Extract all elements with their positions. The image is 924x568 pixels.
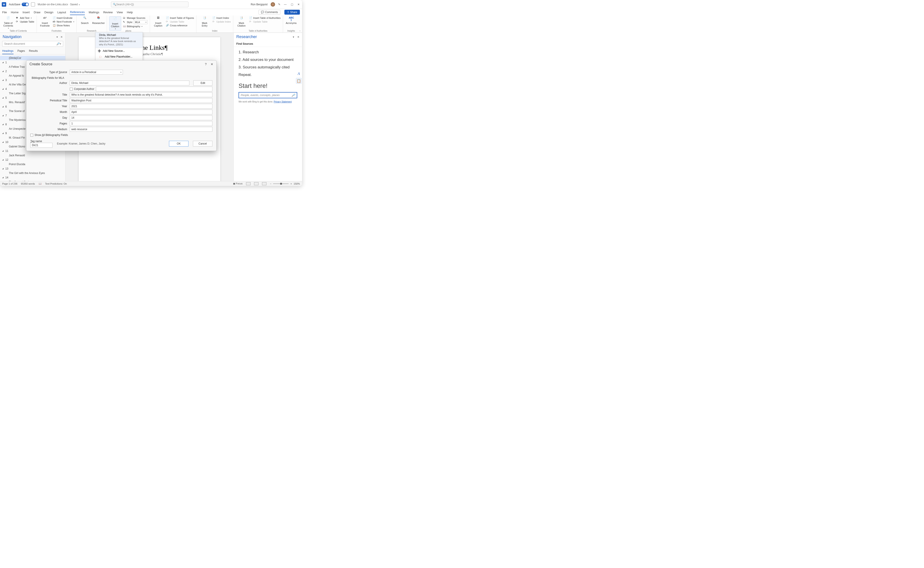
insert-toa-button[interactable]: 📄Insert Table of Authorities [249, 17, 280, 20]
share-button[interactable]: ⇪Share [284, 10, 300, 15]
tag-name-input[interactable]: Dir21 [30, 143, 53, 148]
nav-tab-headings[interactable]: Headings [2, 48, 14, 54]
crossref-icon: 🔗 [166, 24, 169, 27]
pen-icon[interactable]: ✎ [278, 3, 280, 6]
ribbon-collapse-icon[interactable]: ⌄ [299, 29, 301, 32]
zoom-control[interactable]: − + 150% [270, 183, 300, 185]
comments-button[interactable]: 💬Comments [259, 10, 280, 15]
pages-input[interactable]: 1 [70, 121, 212, 126]
citation-source-item[interactable]: Dirda, Michael Who is the greatest ficti… [95, 32, 143, 48]
update-toc-button[interactable]: ⟳Update Table [16, 20, 34, 23]
status-page[interactable]: Page 1 of 236 [2, 183, 18, 185]
nav-tab-results[interactable]: Results [29, 48, 38, 54]
edit-author-button[interactable]: Edit [194, 80, 212, 86]
table-of-contents-button[interactable]: 📄 Table of Contents▾ [2, 17, 14, 29]
insert-table-of-figures-button[interactable]: 📄Insert Table of Figures [166, 17, 194, 20]
menu-view[interactable]: View [117, 10, 123, 15]
cross-reference-button[interactable]: 🔗Cross-reference [166, 24, 194, 27]
menu-file[interactable]: File [2, 10, 7, 15]
close-button[interactable]: ✕ [297, 3, 300, 6]
author-input[interactable]: Dirda, Michael [70, 80, 189, 85]
nav-heading-item[interactable]: Poirot Elucida [0, 162, 65, 166]
document-name[interactable]: Murder-on-the-Links.docx · Saved ▾ [38, 3, 80, 6]
day-input[interactable]: 14 [70, 115, 212, 120]
medium-input[interactable]: web resource [70, 127, 212, 132]
status-predictions[interactable]: Text Predictions: On [45, 183, 67, 185]
mark-citation-button[interactable]: 📑Mark Citation [236, 17, 247, 27]
user-name[interactable]: Ron Bergquist [251, 3, 268, 6]
menu-references[interactable]: References [70, 9, 85, 15]
nav-heading-item[interactable]: The Girl with the Anxious Eyes [0, 171, 65, 175]
zoom-out-icon[interactable]: − [270, 183, 271, 185]
status-words[interactable]: 65350 words [21, 183, 35, 185]
dialog-help-icon[interactable]: ? [205, 62, 207, 66]
smart-lookup-button[interactable]: 🔍Search [79, 17, 91, 24]
add-new-source-item[interactable]: ➕Add New Source... [95, 48, 143, 54]
acronyms-button[interactable]: ABC?Acronyms [285, 17, 297, 24]
minimize-button[interactable]: — [283, 3, 287, 6]
view-read-icon[interactable] [246, 182, 251, 185]
zoom-in-icon[interactable]: + [290, 183, 292, 185]
toggle-switch-icon[interactable]: On [22, 3, 29, 6]
insert-citation-button[interactable]: 📄Insert Citation▾ [109, 17, 121, 31]
nav-heading-item[interactable]: 12 [0, 158, 65, 162]
show-all-fields-checkbox[interactable]: Show All Bibliography Fields [30, 133, 68, 137]
citation-style-select[interactable]: ✎Style: MLA▾ [123, 20, 148, 24]
nav-close-icon[interactable]: ✕ [60, 35, 63, 39]
insert-caption-button[interactable]: 🖼Insert Caption [152, 17, 164, 27]
researcher-button[interactable]: 📚Researcher [92, 17, 104, 24]
nav-options-icon[interactable]: ▾ [56, 35, 58, 39]
periodical-input[interactable]: Washington Post [70, 98, 212, 103]
editor-styles-icon[interactable]: A [296, 71, 302, 77]
menu-mailings[interactable]: Mailings [89, 10, 100, 15]
month-input[interactable]: April [70, 110, 212, 115]
dialog-close-icon[interactable]: ✕ [211, 62, 213, 66]
autosave-toggle[interactable]: AutoSave On [9, 3, 29, 6]
menu-layout[interactable]: Layout [57, 10, 66, 15]
clipboard-icon[interactable]: 📋 [296, 78, 302, 84]
menu-insert[interactable]: Insert [23, 10, 30, 15]
ok-button[interactable]: OK [169, 141, 189, 147]
save-icon[interactable] [31, 2, 35, 6]
zoom-value[interactable]: 150% [294, 183, 300, 185]
menu-draw[interactable]: Draw [34, 10, 40, 15]
zoom-slider[interactable] [273, 183, 289, 184]
researcher-close-icon[interactable]: ✕ [297, 35, 299, 39]
nav-heading-item[interactable]: 13 [0, 166, 65, 171]
menu-design[interactable]: Design [44, 10, 53, 15]
add-text-button[interactable]: ✚Add Text▾ [16, 17, 34, 20]
show-notes-button[interactable]: 📋Show Notes [53, 24, 74, 27]
manage-sources-button[interactable]: 🗂Manage Sources [123, 17, 148, 20]
nav-search-input[interactable]: Search document 🔎▾ [2, 41, 63, 47]
tell-me-search[interactable]: 🔍 Search (Alt+Q) [111, 2, 189, 7]
corporate-author-input[interactable] [96, 86, 212, 91]
next-footnote-button[interactable]: abNext Footnote▾ [53, 20, 74, 23]
menu-help[interactable]: Help [127, 10, 133, 15]
bibliography-button[interactable]: 📖Bibliography▾ [123, 25, 148, 28]
privacy-link[interactable]: Privacy Statement [274, 101, 292, 103]
spellcheck-icon[interactable]: 📖 [39, 182, 42, 185]
researcher-options-icon[interactable]: ▾ [293, 35, 294, 39]
cancel-button[interactable]: Cancel [193, 141, 212, 147]
nav-heading-item[interactable]: (Dirda)Cor [0, 56, 65, 60]
title-input[interactable]: Who is the greatest fictional detective?… [70, 92, 212, 97]
menu-home[interactable]: Home [11, 10, 19, 15]
nav-heading-item[interactable]: 14 [0, 175, 65, 180]
corporate-author-checkbox[interactable]: Corporate Author [70, 88, 94, 91]
year-input[interactable]: 2021 [70, 104, 212, 109]
insert-footnote-button[interactable]: ab¹ Insert Footnote [39, 17, 51, 27]
mark-entry-button[interactable]: 📑Mark Entry [199, 17, 211, 27]
maximize-button[interactable]: ▢ [290, 3, 294, 6]
view-web-icon[interactable] [262, 182, 266, 185]
type-of-source-select[interactable]: Article in a Periodical▾ [70, 70, 123, 75]
view-print-icon[interactable] [254, 182, 259, 185]
user-avatar-icon[interactable] [271, 2, 275, 7]
add-new-placeholder-item[interactable]: 〈〉Add New Placeholder... [95, 54, 143, 60]
insert-endnote-button[interactable]: 📄Insert Endnote [53, 17, 74, 20]
nav-tab-pages[interactable]: Pages [18, 48, 25, 54]
focus-mode-button[interactable]: ▣ Focus [233, 182, 242, 185]
nav-heading-item[interactable]: Jack Renauld [0, 153, 65, 158]
insert-index-button[interactable]: 📄Insert Index [212, 17, 231, 20]
menu-review[interactable]: Review [103, 10, 113, 15]
researcher-search-input[interactable]: People, events, concepts, places 🔎 [239, 92, 297, 98]
